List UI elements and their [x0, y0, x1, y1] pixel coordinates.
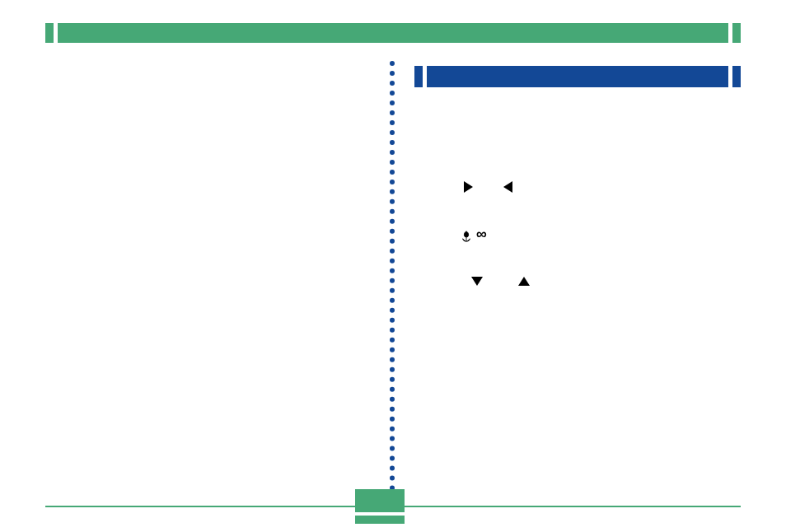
top-bar-cap-left	[45, 23, 54, 43]
blue-bar-main	[427, 66, 728, 87]
blue-bar-cap-left	[414, 66, 423, 87]
macro-tulip-icon	[461, 231, 472, 242]
infinity-icon: ∞	[476, 226, 487, 241]
arrow-down-icon	[471, 277, 483, 286]
top-bar-main	[58, 23, 728, 43]
section-blue-bar	[414, 66, 741, 87]
arrow-left-icon	[503, 181, 512, 193]
blue-bar-cap-right	[732, 66, 741, 87]
arrow-right-icon	[464, 181, 473, 193]
infinity-glyph: ∞	[476, 226, 487, 242]
page-number-block	[355, 489, 405, 512]
manual-page: ∞	[45, 23, 741, 509]
button-icon-cluster: ∞	[449, 181, 597, 296]
top-bar-cap-right	[732, 23, 741, 43]
top-green-bar	[45, 23, 741, 43]
page-number-underbar	[355, 516, 405, 524]
column-divider	[390, 61, 395, 491]
arrow-up-icon	[518, 277, 530, 286]
